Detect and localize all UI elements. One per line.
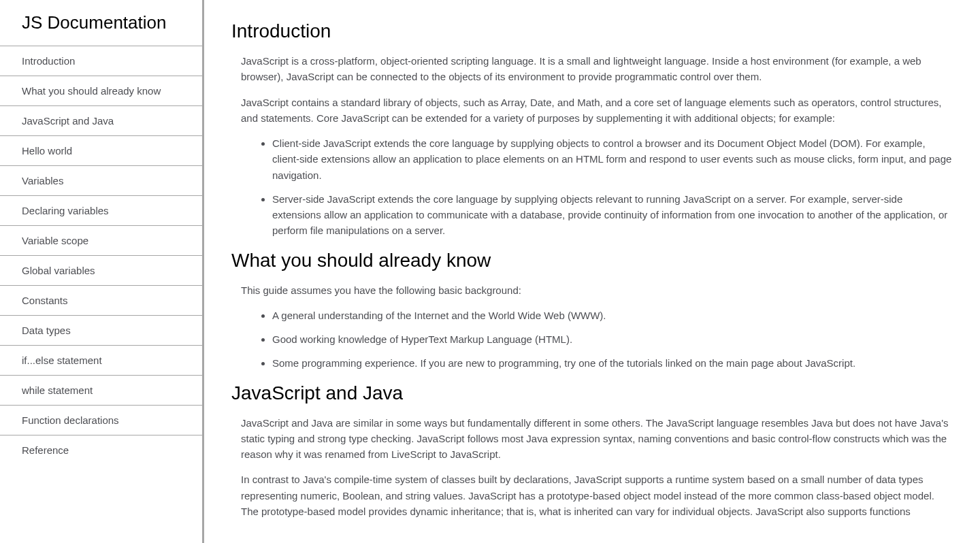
nav-link-hello-world[interactable]: Hello world <box>0 136 202 165</box>
section-body: JavaScript and Java are similar in some … <box>241 415 953 520</box>
section-heading: Introduction <box>231 20 953 42</box>
list-item: Good working knowledge of HyperText Mark… <box>272 331 953 347</box>
section-body: JavaScript is a cross-platform, object-o… <box>241 53 953 239</box>
list-item: A general understanding of the Internet … <box>272 308 953 323</box>
bullet-list: A general understanding of the Internet … <box>272 308 953 372</box>
section-introduction: Introduction JavaScript is a cross-platf… <box>231 20 953 239</box>
section-javascript-and-java: JavaScript and Java JavaScript and Java … <box>231 382 953 520</box>
paragraph: This guide assumes you have the followin… <box>241 282 953 298</box>
nav-link-variables[interactable]: Variables <box>0 166 202 195</box>
list-item: Some programming experience. If you are … <box>272 355 953 371</box>
nav-link-constants[interactable]: Constants <box>0 286 202 315</box>
nav-link-function-declarations[interactable]: Function declarations <box>0 406 202 435</box>
nav-link-while-statement[interactable]: while statement <box>0 376 202 405</box>
paragraph: JavaScript is a cross-platform, object-o… <box>241 53 953 85</box>
nav-link-declaring-variables[interactable]: Declaring variables <box>0 196 202 225</box>
section-heading: What you should already know <box>231 250 953 272</box>
nav-link-reference[interactable]: Reference <box>0 435 202 465</box>
paragraph: In contrast to Java's compile-time syste… <box>241 472 953 519</box>
nav-link-variable-scope[interactable]: Variable scope <box>0 226 202 255</box>
nav-link-javascript-and-java[interactable]: JavaScript and Java <box>0 106 202 135</box>
paragraph: JavaScript and Java are similar in some … <box>241 415 953 463</box>
main-content: Introduction JavaScript is a cross-platf… <box>204 0 980 543</box>
nav-link-introduction[interactable]: Introduction <box>0 46 202 76</box>
paragraph: JavaScript contains a standard library o… <box>241 95 953 127</box>
section-what-you-should-know: What you should already know This guide … <box>231 250 953 372</box>
list-item: Client-side JavaScript extends the core … <box>272 135 953 183</box>
section-heading: JavaScript and Java <box>231 382 953 404</box>
nav-link-what-you-should-know[interactable]: What you should already know <box>0 76 202 105</box>
bullet-list: Client-side JavaScript extends the core … <box>272 135 953 239</box>
section-body: This guide assumes you have the followin… <box>241 282 953 372</box>
nav-link-global-variables[interactable]: Global variables <box>0 256 202 285</box>
sidebar-nav: JS Documentation Introduction What you s… <box>0 0 204 543</box>
list-item: Server-side JavaScript extends the core … <box>272 191 953 239</box>
nav-link-if-else-statement[interactable]: if...else statement <box>0 346 202 375</box>
nav-link-data-types[interactable]: Data types <box>0 316 202 345</box>
sidebar-list: Introduction What you should already kno… <box>0 46 202 465</box>
sidebar-title: JS Documentation <box>0 0 202 46</box>
